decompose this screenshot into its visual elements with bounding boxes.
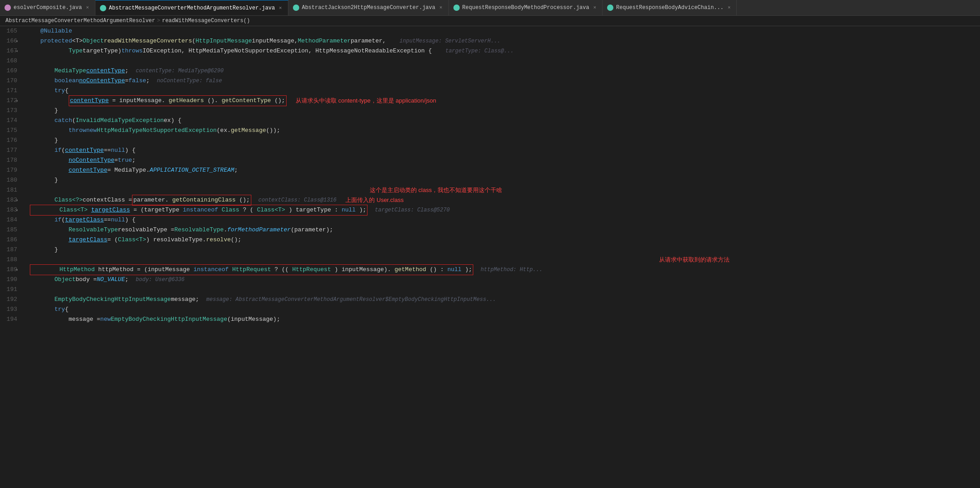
code-line-176: }: [26, 136, 980, 145]
tab-resolvercomposite[interactable]: esolverComposite.java ×: [0, 0, 95, 16]
code-line-190: Object body = NO_VALUE ; body: User@6336: [26, 275, 980, 285]
line-185: 185: [4, 225, 17, 235]
line-numbers: 165 166 ◂ 167 ◂ 168 169 170 171 172 ◂ 17…: [0, 26, 23, 482]
code-line-192: EmptyBodyCheckingHttpInputMessage messag…: [26, 295, 980, 305]
breadcrumb: AbstractMessageConverterMethodArgumentRe…: [0, 16, 980, 26]
code-line-188: 从请求中获取到的请求方法: [26, 255, 980, 265]
code-line-171: try {: [26, 86, 980, 96]
tab-icon-1: [5, 5, 11, 11]
tab-abstractmessage[interactable]: AbstractMessageConverterMethodArgumentRe…: [95, 0, 288, 16]
tab-icon-4: [453, 5, 460, 11]
tab-icon-2: [100, 5, 106, 11]
code-line-183: Class<T> targetClass = (targetType insta…: [26, 205, 980, 215]
tab-label-3: AbstractJackson2HttpMessageConverter.jav…: [302, 5, 435, 11]
code-line-165: @Nullable: [26, 26, 980, 36]
line-175: 175: [4, 126, 17, 136]
tab-icon-5: [607, 5, 613, 11]
line-180: 180: [4, 175, 17, 185]
code-line-179: contentType = MediaType. APPLICATION_OCT…: [26, 165, 980, 175]
code-line-182: Class<?> contextClass = parameter. getCo…: [26, 195, 980, 205]
line-179: 179: [4, 165, 17, 175]
line-187: 187: [4, 245, 17, 255]
code-line-187: }: [26, 245, 980, 255]
code-line-184: if ( targetClass == null ) {: [26, 215, 980, 225]
line-183: 183 ◂: [4, 205, 17, 215]
line-178: 178: [4, 155, 17, 165]
tab-label-2: AbstractMessageConverterMethodArgumentRe…: [109, 5, 275, 11]
code-line-191: [26, 285, 980, 295]
boxed-line-189: HttpMethod httpMethod = (inputMessage in…: [30, 264, 473, 275]
line-172: 172 ◂: [4, 96, 17, 106]
line-189: 189 ◂: [4, 265, 17, 275]
boxed-line-183: Class<T> targetClass = (targetType insta…: [30, 205, 368, 216]
tab-close-1[interactable]: ×: [85, 5, 90, 11]
tab-abstractjackson[interactable]: AbstractJackson2HttpMessageConverter.jav…: [288, 0, 449, 16]
line-174: 174: [4, 116, 17, 126]
line-169: 169: [4, 66, 17, 76]
breadcrumb-sep: >: [157, 18, 160, 24]
tab-requestresponse2[interactable]: RequestResponseBodyAdviceChain... ×: [603, 0, 737, 16]
code-line-174: catch ( InvalidMediaTypeException ex) {: [26, 116, 980, 126]
line-165: 165: [4, 26, 17, 36]
tab-label-5: RequestResponseBodyAdviceChain...: [616, 5, 724, 11]
line-188: 188: [4, 255, 17, 265]
code-line-185: ResolvableType resolvableType = Resolvab…: [26, 225, 980, 235]
annotation-181: 这个是主启动类的 class，我也不知道要用这个干啥: [370, 185, 502, 195]
line-168: 168: [4, 56, 17, 66]
tab-label-4: RequestResponseBodyMethodProcessor.java: [462, 5, 589, 11]
line-191: 191: [4, 285, 17, 295]
line-171: 171: [4, 86, 17, 96]
code-line-167: Type targetType) throws IOException, Htt…: [26, 46, 980, 56]
tab-close-4[interactable]: ×: [592, 5, 598, 11]
code-line-175: throw new HttpMediaTypeNotSupportedExcep…: [26, 126, 980, 136]
code-line-194: message = new EmptyBodyCheckingHttpInput…: [26, 314, 980, 324]
boxed-line-182: parameter. getContainingClass ();: [132, 195, 251, 206]
code-line-168: [26, 56, 980, 66]
annotation-182: 上面传入的 User.class: [345, 195, 404, 205]
line-184: 184: [4, 215, 17, 225]
line-192: 192: [4, 295, 17, 305]
line-173: 173: [4, 106, 17, 116]
line-167: 167 ◂: [4, 46, 17, 56]
tab-icon-3: [293, 5, 299, 11]
breadcrumb-class[interactable]: AbstractMessageConverterMethodArgumentRe…: [5, 18, 155, 24]
tab-close-2[interactable]: ×: [278, 5, 283, 11]
code-line-166: protected <T> Object readWithMessageConv…: [26, 36, 980, 46]
code-line-173: }: [26, 106, 980, 116]
code-line-169: MediaType contentType ; contentType: Med…: [26, 66, 980, 76]
boxed-line-172: contentType = inputMessage. getHeaders (…: [69, 95, 287, 106]
line-194: 194: [4, 314, 17, 324]
code-line-189: HttpMethod httpMethod = (inputMessage in…: [26, 265, 980, 275]
line-186: 186: [4, 235, 17, 245]
breadcrumb-method[interactable]: readWithMessageConverters(): [162, 18, 250, 24]
annotation-188: 从请求中获取到的请求方法: [659, 255, 730, 265]
line-177: 177: [4, 145, 17, 155]
tab-requestresponse[interactable]: RequestResponseBodyMethodProcessor.java …: [449, 0, 603, 16]
code-line-180: }: [26, 175, 980, 185]
line-190: 190: [4, 275, 17, 285]
line-193: 193: [4, 305, 17, 314]
code-line-193: try {: [26, 305, 980, 314]
line-166: 166 ◂: [4, 36, 17, 46]
annotation-172: 从请求头中读取 content-type，这里是 application/jso…: [296, 96, 436, 106]
tab-label-1: esolverComposite.java: [14, 5, 82, 11]
tab-bar: esolverComposite.java × AbstractMessageC…: [0, 0, 980, 16]
line-181: 181: [4, 185, 17, 195]
code-line-181: 这个是主启动类的 class，我也不知道要用这个干啥: [26, 185, 980, 195]
line-176: 176: [4, 136, 17, 145]
code-line-178: noContentType = true ;: [26, 155, 980, 165]
line-182: 182 ◂: [4, 195, 17, 205]
code-line-172: contentType = inputMessage. getHeaders (…: [26, 96, 980, 106]
code-line-186: targetClass = ( Class<T> ) resolvableTyp…: [26, 235, 980, 245]
code-line-170: boolean noContentType = false ; noConten…: [26, 76, 980, 86]
tab-close-5[interactable]: ×: [726, 5, 732, 11]
code-content: @Nullable protected <T> Object readWithM…: [23, 26, 980, 482]
editor: 165 166 ◂ 167 ◂ 168 169 170 171 172 ◂ 17…: [0, 26, 980, 482]
tab-close-3[interactable]: ×: [438, 5, 444, 11]
line-170: 170: [4, 76, 17, 86]
code-line-177: if ( contentType == null ) {: [26, 145, 980, 155]
